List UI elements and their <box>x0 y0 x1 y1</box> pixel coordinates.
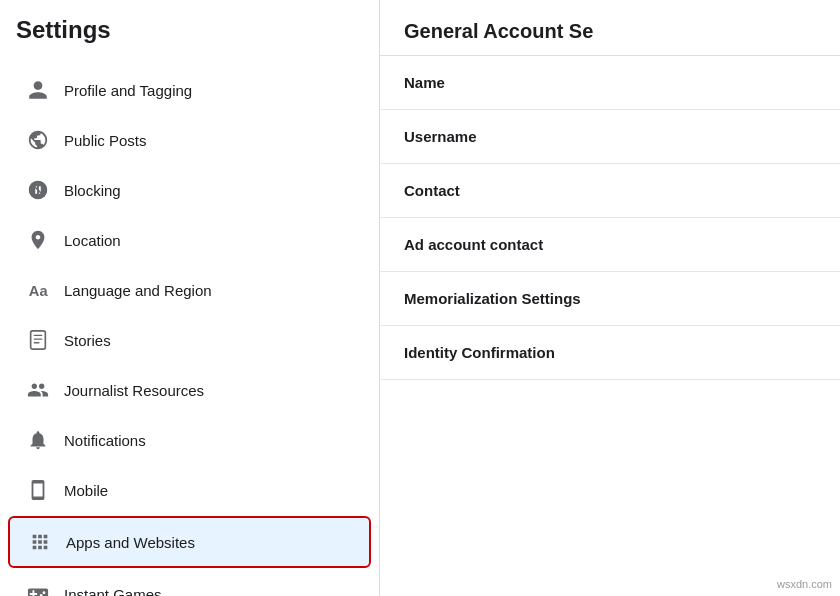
panel-item-label: Contact <box>404 182 460 199</box>
language-icon: Aa <box>24 276 52 304</box>
watermark: wsxdn.com <box>773 576 836 592</box>
blocking-icon <box>24 176 52 204</box>
sidebar-item-label: Instant Games <box>64 586 162 597</box>
sidebar-item-label: Stories <box>64 332 111 349</box>
games-icon <box>24 580 52 596</box>
panel-item-label: Memorialization Settings <box>404 290 581 307</box>
sidebar-title: Settings <box>0 0 379 56</box>
sidebar-item-journalist-resources[interactable]: Journalist Resources <box>8 366 371 414</box>
sidebar-item-notifications[interactable]: Notifications <box>8 416 371 464</box>
panel-item-label: Username <box>404 128 477 145</box>
panel-item-name[interactable]: Name <box>380 56 840 110</box>
sidebar-item-stories[interactable]: Stories <box>8 316 371 364</box>
sidebar-item-label: Mobile <box>64 482 108 499</box>
public-icon <box>24 126 52 154</box>
svg-rect-2 <box>31 331 46 349</box>
notifications-icon <box>24 426 52 454</box>
sidebar-item-public-posts[interactable]: Public Posts <box>8 116 371 164</box>
panel-item-label: Name <box>404 74 445 91</box>
panel-item-username[interactable]: Username <box>380 110 840 164</box>
location-icon <box>24 226 52 254</box>
panel-item-identity-confirmation[interactable]: Identity Confirmation <box>380 326 840 380</box>
app-container: Settings Profile and TaggingPublic Posts… <box>0 0 840 596</box>
panel-items-list: NameUsernameContactAd account contactMem… <box>380 56 840 380</box>
sidebar-item-label: Profile and Tagging <box>64 82 192 99</box>
sidebar-item-label: Location <box>64 232 121 249</box>
sidebar-item-location[interactable]: Location <box>8 216 371 264</box>
sidebar-item-mobile[interactable]: Mobile <box>8 466 371 514</box>
sidebar-item-label: Language and Region <box>64 282 212 299</box>
sidebar-items-list: Profile and TaggingPublic PostsBlockingL… <box>0 64 379 596</box>
panel-item-label: Identity Confirmation <box>404 344 555 361</box>
sidebar-item-instant-games[interactable]: Instant Games <box>8 570 371 596</box>
svg-text:Aa: Aa <box>29 283 49 299</box>
journalist-icon <box>24 376 52 404</box>
sidebar-item-label: Public Posts <box>64 132 147 149</box>
panel-item-contact[interactable]: Contact <box>380 164 840 218</box>
sidebar-item-language-region[interactable]: AaLanguage and Region <box>8 266 371 314</box>
panel-title: General Account Se <box>380 0 840 55</box>
panel-item-ad-account-contact[interactable]: Ad account contact <box>380 218 840 272</box>
sidebar-item-blocking[interactable]: Blocking <box>8 166 371 214</box>
sidebar-item-label: Notifications <box>64 432 146 449</box>
sidebar-item-label: Blocking <box>64 182 121 199</box>
sidebar: Settings Profile and TaggingPublic Posts… <box>0 0 380 596</box>
apps-icon <box>26 528 54 556</box>
profile-icon <box>24 76 52 104</box>
panel-item-label: Ad account contact <box>404 236 543 253</box>
sidebar-item-profile-tagging[interactable]: Profile and Tagging <box>8 66 371 114</box>
sidebar-item-apps-websites[interactable]: Apps and Websites <box>8 516 371 568</box>
panel-item-memorialization[interactable]: Memorialization Settings <box>380 272 840 326</box>
mobile-icon <box>24 476 52 504</box>
sidebar-item-label: Apps and Websites <box>66 534 195 551</box>
sidebar-item-label: Journalist Resources <box>64 382 204 399</box>
main-panel: General Account Se NameUsernameContactAd… <box>380 0 840 596</box>
stories-icon <box>24 326 52 354</box>
